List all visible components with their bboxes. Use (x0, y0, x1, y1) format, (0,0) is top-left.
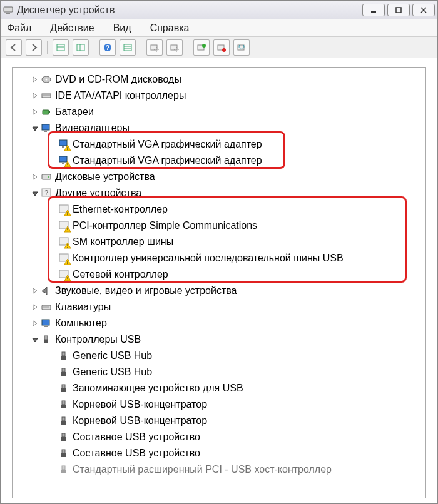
dvd-icon (40, 73, 53, 86)
tree-item-usb-host[interactable]: Стандартный расширенный PCI - USB хост-к… (15, 461, 423, 478)
back-button[interactable] (6, 39, 22, 56)
tree-item-usb-generic2[interactable]: Generic USB Hub (15, 364, 423, 380)
close-button[interactable] (412, 4, 435, 16)
svg-rect-70 (61, 388, 66, 392)
tree-item-keyboards[interactable]: Клавиатуры (15, 299, 423, 315)
tree-item-usbcontrollers[interactable]: Контроллеры USB (15, 331, 423, 348)
battery-icon (40, 106, 53, 118)
tree-label: Сетевой контроллер (73, 269, 168, 280)
svg-rect-28 (43, 110, 49, 114)
warning-overlay-icon (64, 226, 71, 233)
toolbar-enable[interactable] (193, 39, 210, 56)
maximize-button[interactable] (387, 4, 410, 16)
app-icon (3, 5, 13, 15)
tree-item-usb-generic1[interactable]: Generic USB Hub (15, 348, 423, 364)
usb-icon (58, 366, 70, 378)
warning-overlay-icon (64, 145, 71, 151)
toolbar-search1[interactable] (146, 39, 163, 56)
keyboard-icon (40, 301, 53, 313)
tree-item-ide[interactable]: IDE ATA/ATAPI контроллеры (15, 88, 423, 104)
tree-label: Видеоадаптеры (55, 123, 130, 134)
tree-item-computer[interactable]: Компьютер (15, 315, 423, 331)
tree-item-pci[interactable]: PCI-контроллер Simple Communications (15, 218, 423, 234)
toolbar-separator (188, 41, 188, 54)
tree-item-video[interactable]: Видеоадаптеры (15, 120, 423, 136)
toolbar-view2[interactable] (73, 39, 89, 56)
expander-collapsed-icon[interactable] (31, 92, 39, 99)
display-icon (58, 138, 70, 151)
menu-file[interactable]: Файл (7, 23, 31, 34)
expander-collapsed-icon[interactable] (31, 287, 39, 295)
tree-label: Составное USB устройство (73, 448, 200, 459)
forward-button[interactable] (26, 39, 42, 56)
svg-rect-65 (62, 352, 65, 356)
svg-point-46 (67, 214, 68, 215)
svg-point-25 (46, 79, 48, 81)
tree-item-ethernet[interactable]: Ethernet-контроллер (15, 201, 423, 218)
unknown-icon (58, 252, 70, 265)
svg-point-35 (67, 149, 68, 150)
usb-icon (58, 447, 70, 460)
svg-rect-80 (61, 470, 66, 473)
tree-item-usb-composite1[interactable]: Составное USB устройство (15, 429, 423, 445)
tree-item-usb-root2[interactable]: Корневой USB-концентратор (15, 413, 423, 429)
tree-label: Клавиатуры (55, 301, 111, 313)
expander-expanded-icon[interactable] (31, 336, 39, 343)
svg-rect-78 (61, 453, 66, 457)
tree-item-vga2[interactable]: Стандартный VGA графический адаптер (15, 153, 423, 169)
svg-rect-73 (62, 417, 65, 421)
tree-box[interactable]: DVD и CD-ROM дисководы IDE ATA/ATAPI кон… (12, 67, 426, 498)
tree-guide-line (49, 138, 49, 169)
expander-collapsed-icon[interactable] (31, 108, 39, 116)
expander-expanded-icon[interactable] (31, 189, 39, 197)
expander-expanded-icon[interactable] (31, 124, 39, 132)
tree-label: Контроллер универсальной последовательно… (73, 253, 344, 264)
expander-collapsed-icon[interactable] (31, 173, 39, 181)
tree-item-audio[interactable]: Звуковые, видео и игровые устройства (15, 283, 423, 299)
menu-view[interactable]: Вид (113, 23, 131, 34)
warning-overlay-icon (64, 275, 71, 281)
menu-help[interactable]: Справка (150, 23, 190, 34)
help-button[interactable]: ? (99, 39, 116, 56)
expander-collapsed-icon[interactable] (31, 320, 39, 327)
warning-overlay-icon (64, 210, 71, 216)
unknown-icon (58, 219, 70, 232)
tree-item-vga1[interactable]: Стандартный VGA графический адаптер (15, 136, 423, 153)
svg-rect-79 (62, 466, 65, 470)
tree-item-usb-root1[interactable]: Корневой USB-концентратор (15, 396, 423, 413)
tree-item-usb-storage[interactable]: Запоминающее устройство для USB (15, 380, 423, 396)
tree-label: Стандартный VGA графический адаптер (73, 139, 262, 150)
tree-container: DVD и CD-ROM дисководы IDE ATA/ATAPI кон… (1, 58, 437, 503)
tree-item-sm[interactable]: SM контроллер шины (15, 234, 423, 250)
tree-label: Стандартный расширенный PCI - USB хост-к… (73, 464, 332, 475)
usb-icon (58, 398, 70, 411)
toolbar-scan[interactable] (233, 39, 250, 56)
tree-item-other[interactable]: ? Другие устройства (15, 185, 423, 201)
svg-rect-76 (61, 437, 66, 441)
tree-item-usb-composite2[interactable]: Составное USB устройство (15, 445, 423, 461)
display-icon (40, 122, 53, 134)
tree-item-usbbus[interactable]: Контроллер универсальной последовательно… (15, 250, 423, 266)
tree-label: Другие устройства (55, 188, 141, 199)
toolbar-view3[interactable] (120, 39, 136, 56)
toolbar-view1[interactable] (53, 39, 69, 56)
toolbar-disable[interactable] (213, 39, 230, 56)
tree-item-netctrl[interactable]: Сетевой контроллер (15, 266, 423, 283)
minimize-button[interactable] (362, 4, 385, 16)
tree-item-disk[interactable]: Дисковые устройства (15, 169, 423, 185)
menubar: Файл Действие Вид Справка (1, 19, 437, 37)
svg-rect-72 (61, 405, 66, 408)
svg-point-55 (67, 263, 68, 264)
expander-collapsed-icon[interactable] (31, 303, 39, 311)
tree-item-battery[interactable]: Батареи (15, 104, 423, 120)
expander-collapsed-icon[interactable] (31, 76, 39, 83)
svg-rect-64 (44, 340, 48, 343)
toolbar-search2[interactable] (166, 39, 183, 56)
tree-item-dvd[interactable]: DVD и CD-ROM дисководы (15, 71, 423, 88)
svg-rect-66 (61, 356, 66, 360)
tree-label: Ethernet-контроллер (73, 204, 168, 215)
svg-rect-12 (124, 44, 131, 51)
menu-action[interactable]: Действие (50, 23, 94, 34)
warning-overlay-icon (64, 161, 71, 168)
tree-guide-line (49, 349, 49, 480)
